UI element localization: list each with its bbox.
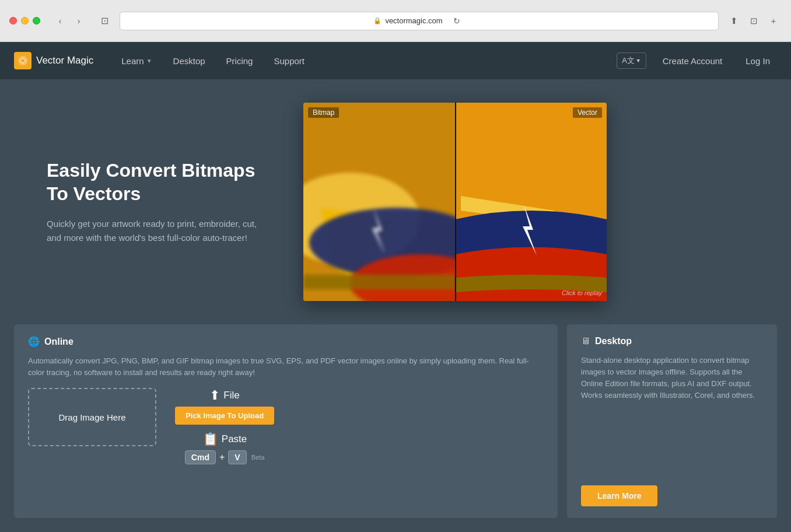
cmd-key: Cmd	[185, 450, 216, 464]
nav-links: Learn ▼ Desktop Pricing Support	[112, 51, 617, 71]
vector-half: Vector	[455, 103, 607, 301]
tab-area: ⊡	[96, 13, 113, 29]
paste-text: Paste	[222, 433, 247, 445]
hero-section: Easily Convert Bitmaps To Vectors Quickl…	[0, 79, 791, 324]
tab-view-button[interactable]: ⊡	[96, 13, 113, 29]
desktop-icon: 🖥	[581, 336, 590, 346]
paste-label: 📋 Paste	[202, 432, 247, 447]
globe-icon: 🌐	[28, 336, 40, 347]
plus-icon: +	[219, 452, 225, 463]
paste-shortcut: Cmd + V Beta	[185, 450, 264, 464]
learn-more-button[interactable]: Learn More	[581, 485, 657, 506]
brand-logo-area[interactable]: Vector Magic	[14, 52, 93, 69]
online-panel: 🌐 Online Automatically convert JPG, PNG,…	[14, 324, 558, 518]
refresh-button[interactable]: ↻	[449, 13, 465, 29]
hero-title: Easily Convert Bitmaps To Vectors	[47, 159, 268, 205]
browser-actions: ⬆ ⊡ +	[726, 13, 782, 29]
file-label: ⬆ File	[209, 388, 239, 403]
svg-point-1	[21, 59, 24, 62]
nav-right: A文 ▼ Create Account Log In	[617, 51, 777, 71]
brand-icon	[14, 52, 32, 69]
drag-drop-zone[interactable]: Drag Image Here	[28, 388, 156, 446]
clipboard-icon: 📋	[202, 432, 218, 447]
address-bar[interactable]: 🔒 vectormagic.com ↻	[120, 12, 719, 30]
nav-learn[interactable]: Learn ▼	[112, 51, 161, 71]
file-text: File	[223, 390, 239, 401]
share-button[interactable]: ⬆	[726, 13, 742, 29]
desktop-panel-description: Stand-alone desktop application to conve…	[581, 355, 763, 402]
paste-section: 📋 Paste Cmd + V Beta	[175, 432, 274, 464]
maximize-button[interactable]	[33, 17, 40, 24]
replay-hint: Click to replay	[562, 289, 602, 296]
bitmap-label: Bitmap	[308, 107, 339, 118]
file-upload-section: ⬆ File Pick Image To Upload	[175, 388, 274, 425]
url-text: vectormagic.com	[385, 16, 442, 25]
new-tab-button[interactable]: +	[765, 13, 782, 29]
lock-icon: 🔒	[373, 17, 382, 24]
bottom-section: 🌐 Online Automatically convert JPG, PNG,…	[0, 324, 791, 532]
pick-image-button[interactable]: Pick Image To Upload	[175, 407, 274, 425]
login-button[interactable]: Log In	[738, 51, 777, 71]
nav-pricing[interactable]: Pricing	[217, 51, 262, 71]
site-wrapper: Vector Magic Learn ▼ Desktop Pricing Sup…	[0, 42, 791, 532]
navbar: Vector Magic Learn ▼ Desktop Pricing Sup…	[0, 42, 791, 79]
browser-navigation: ‹ ›	[52, 13, 87, 29]
bitmap-half: Bitmap	[303, 103, 455, 301]
back-button[interactable]: ‹	[52, 13, 68, 29]
desktop-panel-header: 🖥 Desktop	[581, 336, 763, 346]
learn-dropdown-arrow: ▼	[146, 58, 152, 64]
upload-area: Drag Image Here ⬆ File Pick Image To Upl…	[28, 388, 544, 464]
nav-support[interactable]: Support	[264, 51, 314, 71]
hero-text: Easily Convert Bitmaps To Vectors Quickl…	[47, 159, 268, 245]
lang-dropdown-icon: ▼	[636, 58, 641, 64]
desktop-panel-title: Desktop	[595, 336, 632, 346]
tabs-button[interactable]: ⊡	[746, 13, 762, 29]
vector-label: Vector	[573, 107, 602, 118]
nav-desktop[interactable]: Desktop	[164, 51, 215, 71]
v-key: V	[228, 450, 246, 464]
close-button[interactable]	[9, 17, 17, 24]
drag-zone-label: Drag Image Here	[58, 412, 125, 422]
online-panel-description: Automatically convert JPG, PNG, BMP, and…	[28, 355, 544, 379]
forward-button[interactable]: ›	[71, 13, 87, 29]
create-account-button[interactable]: Create Account	[656, 51, 730, 71]
online-panel-header: 🌐 Online	[28, 336, 544, 347]
online-panel-title: Online	[44, 337, 74, 347]
upload-options: ⬆ File Pick Image To Upload 📋 Paste Cmd …	[175, 388, 274, 464]
hero-description: Quickly get your artwork ready to print,…	[47, 217, 268, 245]
beta-badge: Beta	[251, 454, 265, 461]
comparison-container[interactable]: Bitmap	[303, 103, 607, 301]
comparison-divider	[455, 103, 456, 301]
brand-name: Vector Magic	[36, 55, 93, 66]
browser-chrome: ‹ › ⊡ 🔒 vectormagic.com ↻ ⬆ ⊡ +	[0, 0, 791, 42]
language-button[interactable]: A文 ▼	[617, 52, 646, 69]
traffic-lights	[9, 17, 40, 24]
desktop-panel: 🖥 Desktop Stand-alone desktop applicatio…	[567, 324, 777, 518]
minimize-button[interactable]	[21, 17, 29, 24]
svg-rect-7	[303, 275, 455, 289]
upload-icon: ⬆	[209, 388, 220, 403]
